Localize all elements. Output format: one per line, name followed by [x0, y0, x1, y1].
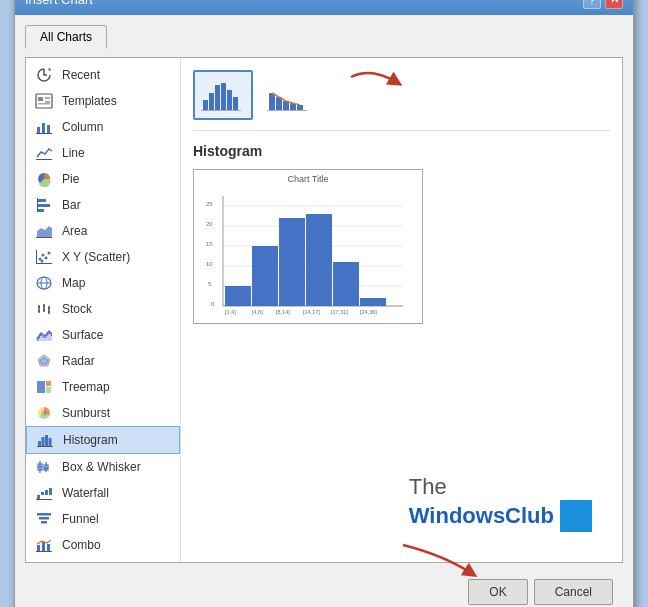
svg-text:5: 5 — [208, 281, 212, 287]
ok-button[interactable]: OK — [468, 579, 527, 605]
stock-icon — [34, 301, 54, 317]
sidebar-label-sunburst: Sunburst — [62, 406, 110, 420]
svg-text:[1,4]: [1,4] — [225, 309, 236, 315]
close-button[interactable]: ✕ — [605, 0, 623, 9]
sidebar-item-column[interactable]: Column — [26, 114, 180, 140]
title-bar: Insert Chart ? ✕ — [15, 0, 633, 15]
waterfall-icon — [34, 485, 54, 501]
svg-point-20 — [48, 251, 51, 254]
sidebar-label-box-whisker: Box & Whisker — [62, 460, 141, 474]
sidebar-label-bar: Bar — [62, 198, 81, 212]
sidebar-item-stock[interactable]: Stock — [26, 296, 180, 322]
histogram-thumb-1[interactable] — [193, 70, 253, 120]
sidebar-label-templates: Templates — [62, 94, 117, 108]
sidebar-item-waterfall[interactable]: Waterfall — [26, 480, 180, 506]
svg-rect-78 — [297, 105, 303, 110]
svg-rect-64 — [47, 544, 50, 551]
column-icon — [34, 119, 54, 135]
sidebar-item-sunburst[interactable]: Sunburst — [26, 400, 180, 426]
svg-rect-56 — [45, 490, 48, 495]
sidebar-label-pie: Pie — [62, 172, 79, 186]
sidebar-label-area: Area — [62, 224, 87, 238]
sidebar-item-bar[interactable]: Bar — [26, 192, 180, 218]
title-bar-controls: ? ✕ — [583, 0, 623, 9]
sidebar-label-stock: Stock — [62, 302, 92, 316]
svg-marker-15 — [37, 226, 52, 237]
sidebar-item-histogram[interactable]: Histogram — [26, 426, 180, 454]
sidebar-item-combo[interactable]: Combo — [26, 532, 180, 558]
svg-rect-67 — [203, 100, 208, 110]
svg-rect-4 — [38, 103, 50, 105]
line-icon — [34, 145, 54, 161]
sidebar-item-funnel[interactable]: Funnel — [26, 506, 180, 532]
preview-chart-area: 0 5 10 15 20 25 — [198, 186, 418, 316]
chart-thumbnails — [193, 70, 610, 131]
sidebar-item-area[interactable]: Area — [26, 218, 180, 244]
svg-rect-11 — [38, 199, 46, 202]
svg-rect-45 — [45, 435, 48, 446]
right-panel: Histogram Chart Title 0 5 10 15 20 25 — [181, 58, 622, 562]
svg-rect-13 — [38, 209, 44, 212]
sidebar-item-treemap[interactable]: Treemap — [26, 374, 180, 400]
svg-point-19 — [45, 256, 48, 259]
svg-rect-74 — [269, 93, 275, 110]
bar-icon — [34, 197, 54, 213]
watermark-line2: WindowsClub — [409, 500, 592, 532]
sidebar-item-pie[interactable]: Pie — [26, 166, 180, 192]
svg-point-18 — [42, 253, 45, 256]
svg-rect-71 — [227, 90, 232, 110]
chart-type-label: Histogram — [193, 143, 610, 159]
footer: OK Cancel — [25, 571, 623, 608]
svg-rect-55 — [41, 492, 44, 495]
recent-icon — [34, 67, 54, 83]
svg-rect-40 — [46, 381, 51, 386]
svg-rect-68 — [209, 93, 214, 110]
sidebar-item-line[interactable]: Line — [26, 140, 180, 166]
sidebar-item-map[interactable]: Map — [26, 270, 180, 296]
svg-rect-99 — [360, 298, 386, 306]
sidebar-item-surface[interactable]: Surface — [26, 322, 180, 348]
svg-text:10: 10 — [206, 261, 213, 267]
svg-point-21 — [41, 259, 44, 262]
svg-rect-61 — [41, 521, 47, 524]
svg-text:[4,8]: [4,8] — [252, 309, 263, 315]
watermark-square — [560, 500, 592, 532]
sidebar-item-templates[interactable]: Templates — [26, 88, 180, 114]
svg-rect-41 — [46, 387, 51, 393]
svg-rect-72 — [233, 97, 238, 110]
svg-text:20: 20 — [206, 221, 213, 227]
svg-rect-59 — [37, 513, 51, 516]
area-icon — [34, 223, 54, 239]
svg-rect-1 — [38, 97, 43, 101]
svg-rect-69 — [215, 85, 220, 110]
svg-rect-6 — [42, 123, 45, 133]
svg-rect-57 — [49, 488, 52, 495]
histogram-thumb-2[interactable] — [259, 70, 319, 120]
sidebar-label-histogram: Histogram — [63, 433, 118, 447]
svg-text:0: 0 — [211, 301, 215, 307]
sidebar-item-recent[interactable]: Recent — [26, 62, 180, 88]
svg-rect-96 — [279, 218, 305, 306]
box-whisker-icon — [34, 459, 54, 475]
svg-rect-95 — [252, 246, 278, 306]
histogram-svg: 0 5 10 15 20 25 — [198, 186, 418, 316]
svg-rect-46 — [49, 438, 52, 446]
sidebar-item-radar[interactable]: Radar — [26, 348, 180, 374]
tab-bar: All Charts — [25, 25, 623, 49]
watermark: The WindowsClub — [409, 474, 592, 532]
cancel-button[interactable]: Cancel — [534, 579, 613, 605]
sidebar-label-xy-scatter: X Y (Scatter) — [62, 250, 130, 264]
main-content: Recent Templates — [25, 57, 623, 563]
sidebar-item-box-whisker[interactable]: Box & Whisker — [26, 454, 180, 480]
combo-icon — [34, 537, 54, 553]
help-button[interactable]: ? — [583, 0, 601, 9]
sidebar-label-line: Line — [62, 146, 85, 160]
svg-rect-5 — [37, 127, 40, 133]
map-icon — [34, 275, 54, 291]
sidebar-label-waterfall: Waterfall — [62, 486, 109, 500]
histogram-preview: Chart Title 0 5 10 15 20 25 — [193, 169, 423, 324]
sidebar-item-xy-scatter[interactable]: X Y (Scatter) — [26, 244, 180, 270]
funnel-icon — [34, 511, 54, 527]
svg-rect-44 — [42, 437, 45, 446]
tab-all-charts[interactable]: All Charts — [25, 25, 107, 49]
